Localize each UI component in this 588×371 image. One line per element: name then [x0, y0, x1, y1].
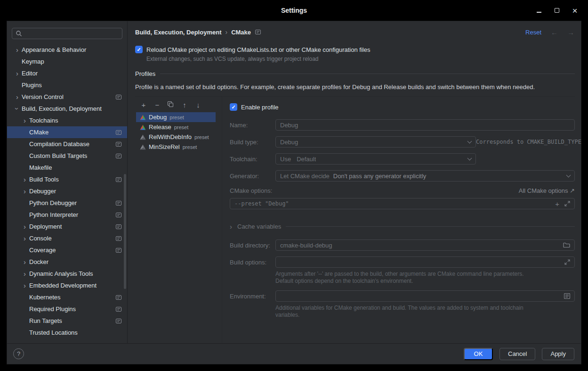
apply-button[interactable]: Apply	[542, 348, 574, 360]
sidebar-item-deployment[interactable]: Deployment	[7, 221, 127, 232]
all-cmake-options-link[interactable]: All CMake options ↗	[519, 187, 575, 194]
sidebar-item-label: Custom Build Targets	[29, 152, 87, 159]
chevron-right-icon[interactable]	[20, 223, 29, 231]
build-type-select[interactable]: Debug	[275, 136, 476, 148]
cmake-options-label: CMake options:	[230, 187, 275, 194]
sidebar-item-plugins[interactable]: Plugins	[7, 79, 127, 91]
folder-icon[interactable]	[563, 242, 570, 248]
chevron-right-icon[interactable]	[20, 281, 29, 289]
environment-help: Additional variables for CMake generatio…	[275, 305, 537, 319]
settings-target-icon	[116, 224, 121, 229]
sidebar-item-appearance-behavior[interactable]: Appearance & Behavior	[7, 44, 127, 56]
sidebar-item-editor[interactable]: Editor	[7, 67, 127, 79]
settings-search-box[interactable]	[12, 28, 122, 39]
sidebar-item-docker[interactable]: Docker	[7, 256, 127, 268]
copy-icon-front	[169, 103, 173, 107]
sidebar-item-custom-build-targets[interactable]: Custom Build Targets	[7, 150, 127, 162]
reload-cmake-checkbox[interactable]: ✓	[135, 46, 143, 53]
sidebar-item-label: Editor	[22, 70, 38, 77]
sidebar-item-python-debugger[interactable]: Python Debugger	[7, 197, 127, 209]
chevron-right-icon[interactable]	[20, 258, 29, 266]
sidebar-item-build-execution-deployment[interactable]: Build, Execution, Deployment	[7, 103, 127, 115]
close-button[interactable]: ×	[571, 7, 579, 14]
search-input[interactable]	[24, 30, 119, 37]
ok-button[interactable]: OK	[464, 348, 493, 360]
profile-item-release[interactable]: Release preset	[136, 122, 216, 132]
sidebar-item-trusted-locations[interactable]: Trusted Locations	[7, 327, 127, 338]
forward-icon[interactable]: →	[567, 28, 574, 36]
sidebar-item-dynamic-analysis-tools[interactable]: Dynamic Analysis Tools	[7, 268, 127, 280]
name-input[interactable]: Debug	[275, 119, 575, 131]
copy-profile-icon[interactable]	[167, 101, 175, 108]
sidebar-item-build-tools[interactable]: Build Tools	[7, 173, 127, 185]
sidebar-item-label: Docker	[29, 258, 48, 265]
variables-list-icon[interactable]	[564, 293, 570, 299]
move-up-icon[interactable]: ↑	[181, 101, 188, 108]
sidebar-item-embedded-development[interactable]: Embedded Development	[7, 280, 127, 291]
sidebar-item-python-interpreter[interactable]: Python Interpreter	[7, 209, 127, 221]
build-directory-input[interactable]: cmake-build-debug	[275, 239, 575, 251]
chevron-right-icon[interactable]	[20, 234, 29, 242]
sidebar-item-label: Console	[29, 235, 52, 242]
sidebar-item-run-targets[interactable]: Run Targets	[7, 315, 127, 327]
window-title: Settings	[281, 7, 307, 14]
chevron-right-icon[interactable]	[20, 175, 29, 183]
sidebar-item-compilation-database[interactable]: Compilation Database	[7, 138, 127, 150]
profile-item-minsizerel[interactable]: MinSizeRel preset	[136, 142, 216, 152]
sidebar-scrollbar-thumb[interactable]	[124, 174, 126, 289]
sidebar-item-required-plugins[interactable]: Required Plugins	[7, 303, 127, 315]
move-down-icon[interactable]: ↓	[194, 101, 202, 108]
chevron-down-icon[interactable]	[13, 105, 22, 113]
chevron-down-icon	[467, 156, 472, 160]
cmake-settings-content: ✓ Reload CMake project on editing CMakeL…	[128, 43, 581, 343]
build-type-label: Build type:	[230, 139, 275, 146]
toolchain-select[interactable]: Use Default	[275, 153, 476, 165]
profiles-panel: + − ↑ ↓ Debug preset	[135, 97, 222, 343]
sidebar-item-makefile[interactable]: Makefile	[7, 162, 127, 173]
breadcrumb-section[interactable]: Build, Execution, Deployment	[135, 29, 221, 36]
enable-profile-row: ✓ Enable profile	[230, 103, 575, 111]
help-button[interactable]: ?	[13, 348, 24, 359]
chevron-right-icon[interactable]	[20, 116, 29, 124]
cache-variables-toggle[interactable]: Cache variables	[230, 223, 575, 231]
sidebar-item-label: Appearance & Behavior	[22, 46, 86, 53]
chevron-right-icon[interactable]	[13, 93, 22, 101]
cmake-options-input[interactable]: --preset "Debug" +	[230, 198, 575, 209]
remove-profile-icon[interactable]: −	[153, 101, 161, 108]
sidebar-item-label: Debugger	[29, 188, 56, 195]
minimize-button[interactable]	[535, 7, 543, 14]
maximize-button[interactable]	[553, 7, 561, 14]
sidebar-item-debugger[interactable]: Debugger	[7, 185, 127, 197]
chevron-right-icon[interactable]	[13, 46, 22, 54]
add-option-icon[interactable]: +	[555, 200, 559, 207]
generator-select[interactable]: Let CMake decide Don't pass any generato…	[275, 170, 575, 181]
add-profile-icon[interactable]: +	[140, 101, 147, 108]
sidebar-item-toolchains[interactable]: Toolchains	[7, 115, 127, 126]
profile-item-relwithdebinfo[interactable]: RelWithDebInfo preset	[136, 132, 216, 142]
profile-item-debug[interactable]: Debug preset	[136, 112, 216, 122]
environment-input[interactable]	[275, 290, 575, 302]
enable-profile-checkbox[interactable]: ✓	[230, 103, 237, 111]
sidebar-item-coverage[interactable]: Coverage	[7, 244, 127, 256]
chevron-right-icon[interactable]	[20, 187, 29, 195]
chevron-right-icon[interactable]	[13, 69, 22, 77]
reset-link[interactable]: Reset	[525, 29, 541, 36]
sidebar-item-label: Python Debugger	[29, 199, 77, 206]
sidebar-item-label: Kubernetes	[29, 294, 61, 301]
dialog-footer: ? OK Cancel Apply	[7, 343, 581, 364]
cancel-button[interactable]: Cancel	[499, 348, 535, 360]
sidebar-item-version-control[interactable]: Version Control	[7, 91, 127, 103]
build-options-input[interactable]	[275, 256, 575, 268]
back-icon[interactable]: ←	[551, 28, 558, 36]
sidebar-item-cmake[interactable]: CMake	[7, 126, 127, 138]
sidebar-item-label: Toolchains	[29, 117, 58, 124]
environment-actions	[564, 293, 570, 299]
sidebar-item-keymap[interactable]: Keymap	[7, 56, 127, 67]
search-icon	[16, 30, 22, 37]
sidebar-item-console[interactable]: Console	[7, 232, 127, 244]
expand-icon[interactable]	[564, 259, 570, 265]
chevron-right-icon[interactable]	[20, 270, 29, 278]
expand-icon[interactable]	[564, 201, 570, 206]
reload-cmake-label: Reload CMake project on editing CMakeLis…	[146, 46, 370, 53]
sidebar-item-kubernetes[interactable]: Kubernetes	[7, 291, 127, 303]
